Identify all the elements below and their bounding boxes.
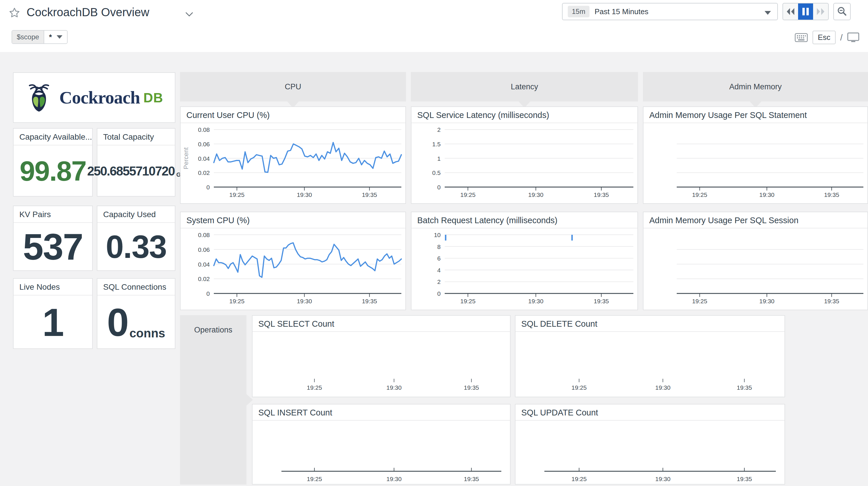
chart-title: SQL INSERT Count (252, 404, 510, 421)
query-value-number: 537 (23, 228, 83, 265)
svg-text:1.5: 1.5 (432, 141, 441, 147)
svg-text:19:25: 19:25 (460, 191, 475, 198)
svg-text:2: 2 (437, 126, 441, 133)
svg-text:19:35: 19:35 (594, 191, 609, 198)
query-value-card[interactable]: Capacity Used0.33 (97, 205, 176, 271)
svg-text:0.08: 0.08 (198, 126, 210, 133)
cockroach-bug-icon (25, 83, 53, 113)
timeline-forward-button[interactable] (813, 3, 828, 20)
chart-plot-area[interactable]: 19:2519:3019:35 (644, 229, 867, 310)
chart-title: Admin Memory Usage Per SQL Statement (644, 107, 867, 123)
keyboard-icon[interactable] (795, 33, 808, 42)
chart-plot-area[interactable]: 00.020.040.060.0819:2519:3019:35 (181, 229, 405, 310)
timeline-backward-button[interactable] (783, 3, 798, 20)
svg-text:Percent: Percent (182, 147, 190, 169)
chart-panel-batch-request-latency: Batch Request Latency (milliseconds)0246… (411, 211, 638, 310)
svg-text:19:30: 19:30 (386, 476, 402, 482)
chart-svg: 19:2519:3019:35 (516, 333, 784, 397)
chart-svg: 00.511.5219:2519:3019:35 (411, 124, 638, 203)
zoom-out-button[interactable] (833, 3, 851, 20)
query-value-title: Total Capacity (97, 128, 175, 145)
chart-plot-area[interactable]: 19:2519:3019:35 (252, 333, 510, 397)
slash-separator: / (840, 33, 843, 42)
query-value-number: 99.87 (20, 157, 86, 185)
group-header-label: CPU (180, 82, 406, 91)
svg-text:19:30: 19:30 (760, 298, 775, 305)
chart-title: SQL SELECT Count (252, 316, 510, 332)
query-value-title: Capacity Available... (13, 128, 92, 145)
fast-forward-icon (816, 7, 826, 16)
svg-text:19:30: 19:30 (386, 384, 402, 391)
query-value-unit: conns (129, 326, 165, 340)
svg-text:1: 1 (437, 155, 441, 162)
svg-text:19:35: 19:35 (824, 191, 839, 198)
svg-text:19:30: 19:30 (760, 191, 775, 198)
shortcut-tools: Esc / (795, 31, 859, 44)
logo-suffix: DB (143, 90, 163, 106)
svg-text:10: 10 (434, 232, 441, 238)
chart-svg: 19:2519:3019:35 (252, 421, 510, 484)
svg-text:19:25: 19:25 (307, 476, 322, 482)
svg-text:19:30: 19:30 (528, 191, 544, 198)
svg-text:19:35: 19:35 (464, 476, 479, 482)
group-header-label: Admin Memory (643, 82, 868, 91)
rewind-icon (786, 7, 796, 16)
query-value-card[interactable]: Live Nodes1 (13, 278, 93, 349)
svg-text:19:35: 19:35 (362, 298, 377, 305)
group-header-label: Operations (180, 325, 246, 335)
query-value-title: Live Nodes (13, 279, 92, 295)
query-value-card[interactable]: KV Pairs537 (13, 205, 93, 271)
scope-variable-name: $scope (12, 31, 44, 44)
svg-text:19:30: 19:30 (297, 191, 312, 198)
query-value-number: 0.33 (106, 231, 166, 263)
timeline-pause-button[interactable] (798, 3, 813, 20)
chart-panel-current-user-cpu: Current User CPU (%)00.020.040.060.0819:… (180, 106, 406, 204)
top-bar: CockroachDB Overview 15m Past 15 Minutes (0, 0, 868, 52)
query-value-card[interactable]: SQL Connections0conns (97, 278, 176, 349)
time-range-selector[interactable]: 15m Past 15 Minutes (562, 3, 778, 20)
query-value-title: KV Pairs (13, 206, 92, 223)
chart-plot-area[interactable]: 19:2519:3019:35 (644, 124, 867, 203)
svg-text:2: 2 (437, 279, 441, 285)
svg-text:19:25: 19:25 (460, 298, 475, 305)
query-value-body: 1 (13, 296, 92, 348)
chart-svg: 19:2519:3019:35 (644, 229, 867, 310)
svg-text:0.06: 0.06 (198, 141, 210, 147)
favorite-star-icon[interactable] (9, 7, 20, 19)
chart-title: Current User CPU (%) (181, 107, 405, 123)
chart-panel-sql-service-latency: SQL Service Latency (milliseconds)00.511… (411, 106, 638, 204)
dashboard-canvas: CockroachDBCapacity Available...99.87Tot… (0, 52, 868, 486)
query-value-card[interactable]: Total Capacity250.6855710720GB (97, 128, 176, 197)
chart-plot-area[interactable]: 00.511.5219:2519:3019:35 (411, 124, 638, 203)
fullscreen-monitor-icon[interactable] (847, 32, 859, 43)
query-value-card[interactable]: Capacity Available...99.87 (13, 128, 93, 197)
group-header-operations[interactable]: Operations (180, 315, 246, 485)
chart-plot-area[interactable]: 00.020.040.060.0819:2519:3019:35Percent (181, 124, 405, 203)
scope-variable-value: * (44, 31, 67, 44)
svg-text:0.06: 0.06 (198, 246, 210, 253)
chart-plot-area[interactable]: 19:2519:3019:35 (252, 421, 510, 484)
chart-panel-admin-memory-per-session: Admin Memory Usage Per SQL Session19:251… (643, 211, 868, 310)
chart-plot-area[interactable]: 024681019:2519:3019:35 (411, 229, 638, 310)
logo-wordmark: Cockroach (59, 87, 140, 108)
chart-title: System CPU (%) (181, 212, 405, 228)
scope-template-variable[interactable]: $scope * (11, 30, 68, 44)
scope-caret-icon (57, 35, 62, 39)
group-header-admin-memory[interactable]: Admin Memory (643, 72, 868, 102)
svg-text:19:35: 19:35 (737, 384, 752, 391)
chart-plot-area[interactable]: 19:2519:3019:35 (516, 421, 784, 484)
chart-plot-area[interactable]: 19:2519:3019:35 (516, 333, 784, 397)
svg-text:0: 0 (437, 184, 441, 191)
query-value-title: Capacity Used (97, 206, 175, 223)
group-header-latency[interactable]: Latency (411, 72, 638, 102)
esc-button[interactable]: Esc (812, 31, 835, 44)
title-chevron-down-icon[interactable] (185, 11, 194, 17)
svg-text:19:25: 19:25 (229, 191, 245, 198)
query-value-number: 250.6855710720 (87, 165, 175, 177)
group-header-cpu[interactable]: CPU (180, 72, 406, 102)
query-value-number: 0 (107, 303, 128, 342)
line-series (214, 243, 401, 277)
chart-svg: 00.020.040.060.0819:2519:3019:35Percent (181, 124, 405, 203)
svg-text:19:25: 19:25 (307, 384, 322, 391)
svg-text:19:30: 19:30 (655, 476, 671, 482)
